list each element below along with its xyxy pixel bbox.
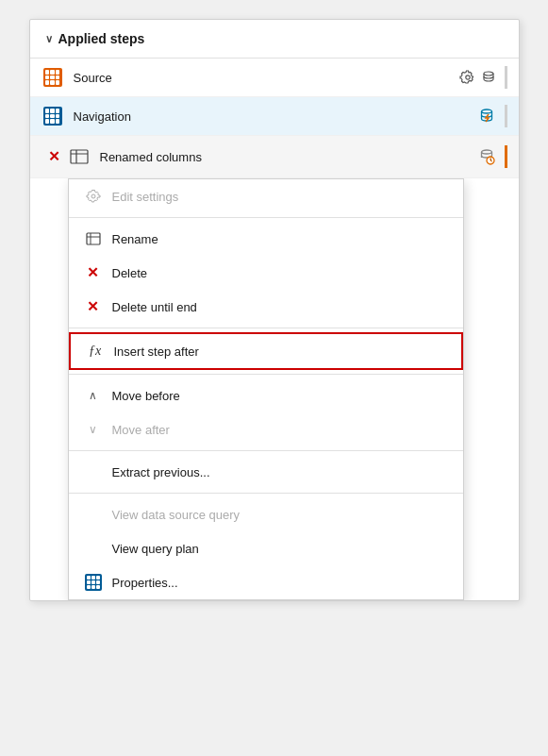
close-renamed-button[interactable]: ✕ <box>42 143 68 170</box>
db-clock-icon <box>476 146 497 167</box>
properties-label: Properties... <box>112 576 178 590</box>
svg-point-8 <box>91 194 95 198</box>
divider-3 <box>69 374 463 375</box>
extract-icon <box>84 462 103 481</box>
move-before-label: Move before <box>112 389 180 403</box>
menu-item-properties[interactable]: Properties... <box>69 565 463 599</box>
divider-5 <box>69 493 463 494</box>
navigation-icon <box>42 105 64 127</box>
menu-item-view-data-source-query: View data source query <box>69 497 463 531</box>
source-icon <box>42 66 64 89</box>
renamed-columns-icon <box>68 145 91 168</box>
menu-item-delete-until-end[interactable]: ✕ Delete until end <box>69 290 463 324</box>
view-query-plan-label: View query plan <box>112 542 199 556</box>
move-after-label: Move after <box>112 423 170 437</box>
rename-label: Rename <box>112 232 158 246</box>
svg-point-1 <box>484 72 493 76</box>
menu-item-view-query-plan[interactable]: View query plan <box>69 531 463 565</box>
menu-item-delete[interactable]: ✕ Delete <box>69 256 463 290</box>
source-label: Source <box>74 71 459 85</box>
renamed-step-container: ✕ Renamed columns <box>30 136 519 600</box>
view-query-plan-icon <box>84 539 103 558</box>
view-data-source-query-label: View data source query <box>112 508 241 522</box>
edit-settings-label: Edit settings <box>112 190 179 204</box>
steps-list: Source <box>30 58 519 600</box>
step-navigation[interactable]: Navigation <box>30 97 519 136</box>
step-source[interactable]: Source <box>30 59 519 97</box>
gear-menu-icon <box>84 187 103 206</box>
chevron-down-menu-icon: ∨ <box>84 420 103 439</box>
fx-menu-icon: ƒx <box>86 342 105 361</box>
navigation-actions <box>476 105 507 127</box>
collapse-chevron[interactable]: ∨ <box>45 33 53 45</box>
delete-until-end-label: Delete until end <box>112 300 197 314</box>
applied-steps-panel: ∨ Applied steps Source <box>29 19 520 601</box>
extract-previous-label: Extract previous... <box>112 465 210 479</box>
renamed-columns-label: Renamed columns <box>100 150 476 164</box>
menu-item-edit-settings: Edit settings <box>69 179 463 213</box>
properties-menu-icon <box>84 573 103 592</box>
divider-4 <box>69 450 463 451</box>
menu-item-move-after: ∨ Move after <box>69 412 463 446</box>
svg-point-0 <box>465 76 469 79</box>
panel-header: ∨ Applied steps <box>30 20 519 58</box>
rename-menu-icon <box>84 229 103 248</box>
navigation-label: Navigation <box>74 109 476 124</box>
gear-icon[interactable] <box>459 69 476 86</box>
svg-rect-3 <box>71 150 88 163</box>
renamed-actions <box>476 145 507 168</box>
menu-item-extract-previous[interactable]: Extract previous... <box>69 455 463 489</box>
menu-item-insert-step-after[interactable]: ƒx Insert step after <box>69 332 463 370</box>
svg-point-2 <box>481 109 491 113</box>
menu-item-rename[interactable]: Rename <box>69 222 463 256</box>
context-menu: Edit settings Rename <box>68 178 464 600</box>
panel-title: Applied steps <box>58 31 145 46</box>
db-lightning-icon <box>476 106 497 126</box>
svg-point-6 <box>481 150 491 154</box>
delete-until-end-x-icon: ✕ <box>84 297 103 316</box>
delete-label: Delete <box>112 266 148 280</box>
step-renamed-columns[interactable]: ✕ Renamed columns <box>30 136 519 178</box>
source-actions <box>459 66 507 89</box>
svg-rect-9 <box>87 233 100 244</box>
divider-1 <box>69 217 463 218</box>
chevron-up-menu-icon: ∧ <box>84 386 103 405</box>
delete-x-icon: ✕ <box>84 263 103 282</box>
menu-item-move-before[interactable]: ∧ Move before <box>69 378 463 412</box>
divider-2 <box>69 328 463 328</box>
database-icon <box>480 69 497 86</box>
view-ds-query-icon <box>84 505 103 524</box>
insert-step-after-label: Insert step after <box>114 344 199 359</box>
